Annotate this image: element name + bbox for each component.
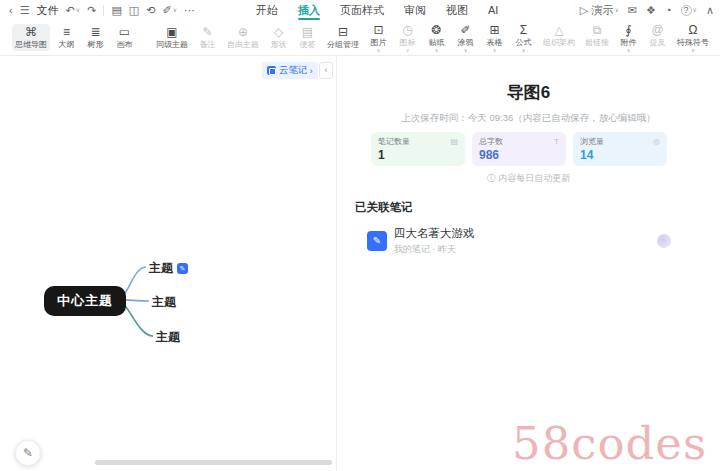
toolbar-outline-view-button[interactable]: ≡大纲	[54, 24, 79, 51]
mindmap-canvas[interactable]: 中心主题 主题✎主题主题 云笔记 › ‹ ✎	[0, 56, 336, 471]
save-icon[interactable]: ◫	[129, 0, 139, 20]
attachment-icon: ∮	[625, 24, 631, 37]
hyperlink-icon: ⧉	[593, 24, 602, 37]
help-button[interactable]: ? ∨	[681, 0, 697, 20]
linked-note-badge-icon[interactable]: ✎	[177, 263, 188, 274]
note-icon: ✎	[202, 26, 212, 39]
tab-视图[interactable]: 视图	[438, 0, 476, 20]
toolbar-image-button[interactable]: ⊡图片∨	[366, 22, 391, 54]
tab-AI[interactable]: AI	[480, 0, 506, 20]
stat-label: 总字数	[479, 136, 503, 147]
toolbar-group-manage-button[interactable]: ⊟分组管理	[324, 24, 362, 51]
org-structure-icon: △	[554, 24, 563, 37]
tab-审阅[interactable]: 审阅	[396, 0, 434, 20]
avatar-icon[interactable]: ◔	[665, 0, 672, 20]
note-title: 四大名著大游戏	[394, 226, 475, 241]
history-icon[interactable]: ⟲	[146, 0, 155, 20]
toolbar-item-label: 思维导图	[15, 40, 47, 49]
toolbar-item-label: 图片	[371, 38, 387, 47]
grid-menu-icon[interactable]: ☰	[20, 0, 30, 20]
horizontal-scrollbar[interactable]	[95, 460, 332, 465]
toolbar-tree-view-button[interactable]: ≣树形	[83, 24, 108, 51]
tree-view-icon: ≣	[90, 26, 100, 39]
image-icon: ⊡	[373, 24, 383, 37]
chevron-down-icon: ∨	[693, 0, 697, 20]
doc-icon	[267, 66, 276, 75]
ribbon-tabs: 开始插入页面样式审阅视图AI	[248, 0, 506, 20]
note-text: 四大名著大游戏 我的笔记 · 昨天	[394, 226, 475, 256]
toolbar-special-symbol-button[interactable]: Ω特殊符号∨	[674, 22, 712, 54]
stat-value: 1	[378, 148, 458, 162]
undo-icon[interactable]: ↶∨	[66, 0, 81, 20]
pen-tool-button[interactable]: ✎	[15, 440, 41, 466]
chevron-down-icon: ∨	[691, 48, 695, 52]
toolbar-table-button[interactable]: ⊞表格∨	[482, 22, 507, 54]
stats-row: 笔记数量▤1总字数T986浏览量◎14	[371, 132, 667, 166]
stat-icon: ▤	[450, 137, 458, 146]
comment-icon[interactable]: ✉	[628, 0, 637, 20]
toolbar-item-label: 附件	[621, 38, 637, 47]
toolbar-attachment-button[interactable]: ∮附件∨	[616, 22, 641, 54]
more-icon[interactable]: ⋯	[184, 0, 195, 20]
toolbar-item-label: 表格	[487, 38, 503, 47]
topic-node[interactable]: 主题✎	[149, 260, 188, 277]
redo-icon[interactable]: ↷	[87, 0, 96, 20]
toolbar-org-structure-button: △组织架构	[540, 22, 578, 49]
linked-notes-header: 已关联笔记	[355, 200, 413, 215]
toolbar-item-label: 树形	[88, 40, 104, 49]
toolbar-sticky-button: ▤便签	[295, 24, 320, 51]
chevron-down-icon: ∨	[493, 48, 497, 52]
toolbar-item-label: 组织架构	[543, 38, 575, 47]
topic-label: 主题	[156, 329, 180, 346]
stat-icon: ◎	[653, 137, 660, 146]
toolbar-sticker-button[interactable]: ❂贴纸∨	[424, 22, 449, 54]
shape-icon: ◇	[274, 26, 283, 39]
stat-card: 浏览量◎14	[573, 132, 667, 166]
central-topic-node[interactable]: 中心主题	[44, 286, 126, 316]
toolbar-canvas-view-button[interactable]: ▭画布	[112, 24, 137, 51]
canvas-view-icon: ▭	[119, 26, 130, 39]
apps-icon[interactable]: ❖	[646, 0, 656, 20]
toolbar-group: ▣同级主题✎备注⊕自由主题◇形状▤便签⊟分组管理	[151, 24, 364, 51]
stat-value: 14	[580, 148, 660, 162]
note-meta: 我的笔记 · 昨天	[394, 243, 475, 256]
stat-label: 笔记数量	[378, 136, 410, 147]
note-action-icon[interactable]	[657, 234, 671, 248]
toolbar-doodle-button[interactable]: ✐涂鸦∨	[453, 22, 478, 54]
printer-icon[interactable]: ▤	[111, 0, 121, 20]
toolbar-mindmap-view-button[interactable]: ⌘思维导图	[12, 24, 50, 51]
menu-right-cluster: ▷ 演示 ∨ ✉ ❖ ◔ ? ∨ ∧	[580, 0, 714, 20]
tab-页面样式[interactable]: 页面样式	[332, 0, 392, 20]
page-title: 导图6	[337, 81, 720, 104]
format-brush-icon[interactable]: ✐∨	[162, 0, 177, 20]
menu-left-cluster: ‹ ☰ 文件 ↶∨↷▤◫⟲✐∨⋯	[0, 0, 195, 20]
tab-插入[interactable]: 插入	[290, 0, 328, 20]
collapse-panel-button[interactable]: ‹	[319, 62, 333, 79]
toolbar-export-button[interactable]: ↗导出	[716, 24, 720, 51]
toolbar-item-label: 便签	[300, 40, 316, 49]
group-manage-icon: ⊟	[338, 26, 348, 39]
file-menu[interactable]: 文件	[37, 3, 59, 18]
linked-note-item[interactable]: ✎ 四大名著大游戏 我的笔记 · 昨天	[367, 226, 671, 256]
topic-node[interactable]: 主题	[156, 329, 180, 346]
back-icon[interactable]: ‹	[9, 0, 13, 20]
toolbar-item-label: 涂鸦	[458, 38, 474, 47]
toolbar-group: ⊡图片∨◷图标∨❂贴纸∨✐涂鸦∨⊞表格∨Σ公式∨△组织架构	[364, 22, 580, 54]
toolbar-sibling-topic-button[interactable]: ▣同级主题	[153, 24, 191, 51]
tab-开始[interactable]: 开始	[248, 0, 286, 20]
chevron-down-icon: ∨	[627, 48, 631, 52]
special-symbol-icon: Ω	[689, 24, 698, 37]
doodle-icon: ✐	[460, 24, 470, 37]
toolbar-item-label: 提及	[650, 38, 666, 47]
toolbar-formula-button[interactable]: Σ公式∨	[511, 22, 536, 54]
toolbar-shape-button: ◇形状	[266, 24, 291, 51]
sibling-topic-icon: ▣	[166, 26, 177, 39]
collapse-toolbar-icon[interactable]: ∧	[706, 0, 714, 20]
cloud-note-chip[interactable]: 云笔记 ›	[262, 62, 318, 79]
present-icon[interactable]: ▷ 演示 ∨	[580, 0, 619, 20]
toolbar-item-label: 画布	[117, 40, 133, 49]
menu-divider	[103, 5, 104, 16]
topic-node[interactable]: 主题	[152, 294, 176, 311]
toolbar-note-button: ✎备注	[195, 24, 220, 51]
stat-card: 笔记数量▤1	[371, 132, 465, 166]
